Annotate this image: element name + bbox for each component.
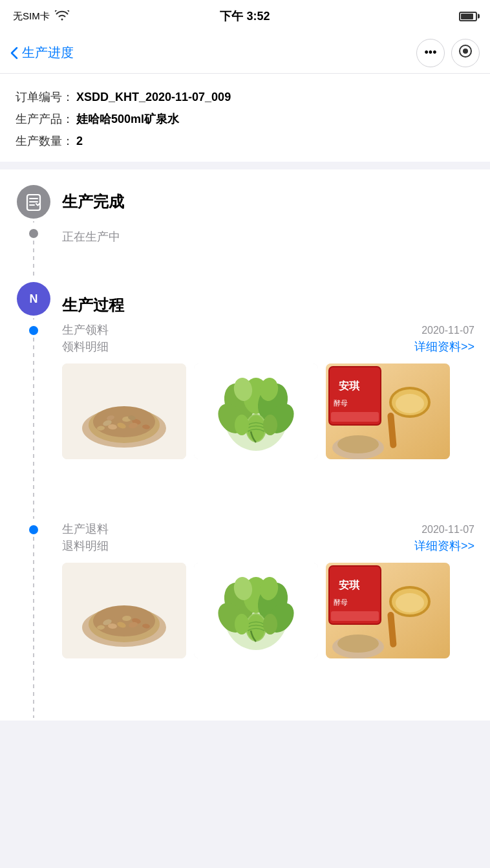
material-date: 2020-11-07 xyxy=(421,325,474,336)
timeline-step2-left: N xyxy=(16,282,52,322)
step1-sub: 正在生产中 xyxy=(16,225,474,282)
svg-point-7 xyxy=(93,406,155,437)
blue-dot-section-2 xyxy=(16,521,52,721)
order-number-label: 订单编号： xyxy=(16,89,74,105)
quantity-value: 2 xyxy=(76,135,83,148)
svg-point-36 xyxy=(396,394,424,413)
product-row: 生产产品： 娃哈哈500ml矿泉水 xyxy=(16,111,474,127)
nav-title: 生产进度 xyxy=(22,44,74,61)
timeline-line-5 xyxy=(33,537,34,718)
return-row-bottom: 退料明细 详细资料>> xyxy=(62,538,474,554)
carrier-label: 无SIM卡 xyxy=(13,10,50,23)
order-number-value: XSDD_KHT_2020-11-07_009 xyxy=(76,91,231,104)
blue-dot-section-1 xyxy=(16,322,52,521)
step2-heading-content: 生产过程 xyxy=(52,282,474,322)
gray-dot xyxy=(29,229,38,238)
step1-subtext-content: 正在生产中 xyxy=(52,225,474,282)
status-time: 下午 3:52 xyxy=(220,8,270,24)
step1-icon xyxy=(17,185,50,219)
spacer-between-rows xyxy=(62,464,474,490)
production-material-content: 生产领料 2020-11-07 领料明细 详细资料>> xyxy=(52,322,474,521)
record-icon xyxy=(458,44,473,61)
record-button[interactable] xyxy=(451,39,480,67)
return-images: 安琪 酵母 xyxy=(62,563,474,658)
return-material-row: 生产退料 2020-11-07 退料明细 详细资料>> xyxy=(16,521,474,721)
more-icon: ••• xyxy=(425,46,437,60)
svg-text:N: N xyxy=(30,292,38,305)
quantity-label: 生产数量： xyxy=(16,133,74,149)
timeline-line-4 xyxy=(33,338,34,519)
back-button[interactable]: 生产进度 xyxy=(10,44,74,61)
spice-image-2[interactable]: 安琪 酵母 xyxy=(326,563,450,658)
svg-point-67 xyxy=(235,614,249,635)
timeline-step1: 生产完成 xyxy=(16,185,474,225)
step1-dot-section xyxy=(16,225,52,282)
svg-point-29 xyxy=(263,415,277,435)
timeline-line-3 xyxy=(33,318,34,320)
svg-point-75 xyxy=(396,593,424,613)
return-date: 2020-11-07 xyxy=(421,524,474,536)
production-material-row: 生产领料 2020-11-07 领料明细 详细资料>> xyxy=(16,322,474,521)
return-detail-link[interactable]: 详细资料>> xyxy=(414,538,474,554)
status-left: 无SIM卡 xyxy=(13,10,69,23)
step2-heading: 生产过程 xyxy=(62,288,474,316)
status-bar: 无SIM卡 下午 3:52 xyxy=(0,0,490,32)
svg-text:安琪: 安琪 xyxy=(338,579,360,591)
timeline-step1-left xyxy=(16,185,52,225)
return-label1: 生产退料 xyxy=(62,521,109,537)
svg-point-27 xyxy=(247,415,265,441)
grain-image-2[interactable] xyxy=(62,563,186,658)
material-label1: 生产领料 xyxy=(62,322,109,338)
quantity-row: 生产数量： 2 xyxy=(16,133,474,149)
svg-text:酵母: 酵母 xyxy=(334,598,348,606)
timeline-step2-header: N 生产过程 xyxy=(16,282,474,322)
svg-text:安琪: 安琪 xyxy=(338,380,360,391)
battery-icon xyxy=(459,12,477,21)
timeline-step1-content: 生产完成 xyxy=(52,185,474,225)
material-label2: 领料明细 xyxy=(62,339,109,354)
hops-image[interactable] xyxy=(194,363,318,459)
return-label2: 退料明细 xyxy=(62,538,109,554)
order-number-row: 订单编号： XSDD_KHT_2020-11-07_009 xyxy=(16,89,474,105)
blue-dot-2 xyxy=(29,525,38,534)
svg-point-48 xyxy=(93,605,155,636)
svg-point-44 xyxy=(337,435,379,453)
nav-actions: ••• xyxy=(416,39,480,67)
blue-dot-1 xyxy=(29,326,38,335)
grain-image[interactable] xyxy=(62,363,186,459)
step1-subtext: 正在生产中 xyxy=(62,229,474,244)
return-row-top: 生产退料 2020-11-07 xyxy=(62,521,474,537)
svg-rect-42 xyxy=(331,412,379,422)
material-detail-link[interactable]: 详细资料>> xyxy=(414,339,474,354)
timeline-line-2 xyxy=(33,241,34,279)
timeline-line-1 xyxy=(33,221,34,222)
material-row-top: 生产领料 2020-11-07 xyxy=(62,322,474,338)
step2-icon: N xyxy=(17,282,50,316)
step1-heading: 生产完成 xyxy=(62,185,474,212)
hops-image-2[interactable] xyxy=(194,563,318,658)
product-value: 娃哈哈500ml矿泉水 xyxy=(76,111,179,127)
material-images: 安琪 酵母 xyxy=(62,363,474,459)
svg-point-83 xyxy=(337,635,379,653)
svg-point-66 xyxy=(247,614,265,640)
svg-point-68 xyxy=(263,614,277,635)
svg-rect-81 xyxy=(331,611,379,621)
spice-image[interactable]: 安琪 酵母 xyxy=(326,363,450,459)
more-button[interactable]: ••• xyxy=(416,39,445,67)
return-material-content: 生产退料 2020-11-07 退料明细 详细资料>> xyxy=(52,521,474,721)
svg-point-1 xyxy=(463,49,468,54)
svg-point-28 xyxy=(235,415,249,435)
order-info: 订单编号： XSDD_KHT_2020-11-07_009 生产产品： 娃哈哈5… xyxy=(0,74,490,162)
svg-text:酵母: 酵母 xyxy=(334,399,348,407)
wifi-icon xyxy=(55,10,69,23)
material-row-bottom: 领料明细 详细资料>> xyxy=(62,339,474,354)
product-label: 生产产品： xyxy=(16,111,74,127)
timeline-section: 生产完成 正在生产中 N 生产过程 xyxy=(0,169,490,721)
nav-bar: 生产进度 ••• xyxy=(0,32,490,74)
status-right xyxy=(459,12,477,21)
